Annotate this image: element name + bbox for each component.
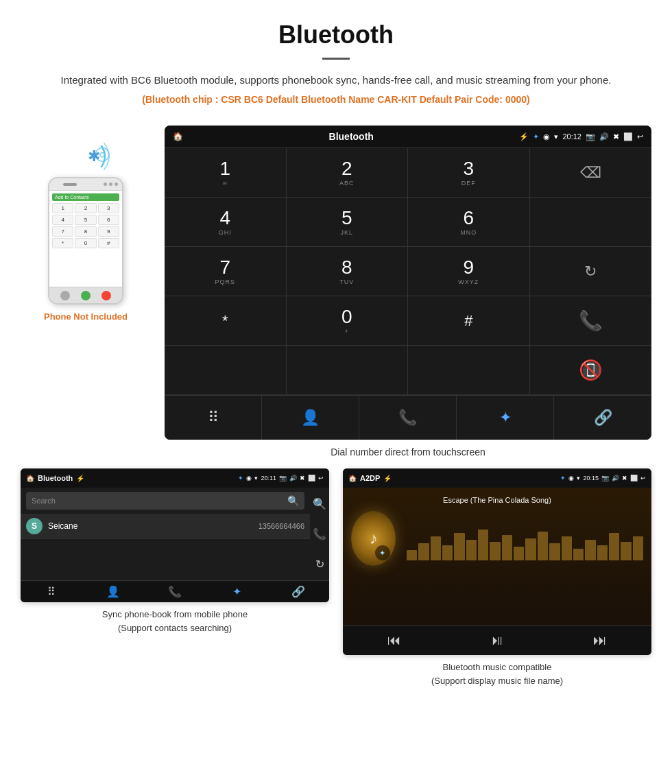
dial-key-9[interactable]: 9WXYZ: [408, 247, 530, 296]
phone-column: ⦾ ✱ Add to Contacts 123 456 7: [21, 126, 151, 322]
link-tab[interactable]: 🔗: [554, 396, 651, 440]
pb-side-refresh-icon[interactable]: ↻: [315, 558, 324, 571]
camera-icon[interactable]: 📷: [586, 132, 595, 141]
dial-key-3[interactable]: 3DEF: [408, 148, 530, 198]
phone-screen: Add to Contacts 123 456 789 *0#: [49, 191, 122, 287]
pb-nav-phone[interactable]: 📞: [144, 585, 206, 598]
backspace-icon[interactable]: ⌫: [580, 164, 601, 182]
pb-vol-icon: 🔊: [289, 475, 297, 482]
ms-equalizer: [407, 526, 643, 560]
dialpad-tab[interactable]: ⠿: [165, 396, 262, 440]
pb-status-bar: 🏠 Bluetooth ⚡ ✦ ◉ ▾ 20:11 📷 🔊 ✖ ⬜ ↩: [21, 468, 329, 488]
eq-bar-9: [502, 535, 512, 561]
ms-prev-btn[interactable]: ⏮: [387, 632, 401, 648]
dial-key-6[interactable]: 6MNO: [408, 198, 530, 247]
pb-cam-icon: 📷: [279, 475, 287, 482]
dial-key-0[interactable]: 0+: [287, 296, 409, 346]
page-title: Bluetooth: [41, 21, 631, 49]
eq-bar-16: [585, 540, 595, 560]
home-icon[interactable]: 🏠: [173, 132, 183, 141]
dial-call-red-cell: 📵: [530, 346, 652, 395]
ms-song-title: Escape (The Pina Colada Song): [443, 496, 551, 504]
ms-time: 20:15: [583, 475, 599, 482]
pb-contact-letter: S: [26, 518, 43, 534]
dial-screen: 🏠 Bluetooth ⚡ ✦ ◉ ▾ 20:12 📷 🔊 ✖ ⬜ ↩: [165, 126, 651, 440]
dial-key-7[interactable]: 7PQRS: [165, 247, 287, 296]
contacts-tab[interactable]: 👤: [262, 396, 359, 440]
phone-end-btn: [101, 291, 111, 300]
ms-home-icon: 🏠: [348, 475, 357, 482]
phone-top-bar: [49, 178, 122, 191]
pb-side-call-icon[interactable]: 📞: [313, 527, 326, 541]
svg-text:✱: ✱: [88, 147, 100, 165]
ms-cam-icon: 📷: [601, 475, 609, 482]
ms-controls: ⏮ ⏯ ⏭: [343, 625, 651, 655]
ms-play-btn[interactable]: ⏯: [490, 632, 504, 648]
dial-empty-1: ⌫: [530, 148, 652, 198]
pb-search-box[interactable]: Search 🔍: [26, 492, 304, 510]
ms-signal-icon: ▾: [577, 475, 580, 482]
call-red-icon[interactable]: 📵: [579, 359, 603, 381]
ms-status-bar: 🏠 A2DP ⚡ ✦ ◉ ▾ 20:15 📷 🔊 ✖ ⬜ ↩: [343, 468, 651, 488]
bluetooth-tab[interactable]: ✦: [457, 396, 554, 440]
phone-tab[interactable]: 📞: [359, 396, 457, 440]
page-header: Bluetooth Integrated with BC6 Bluetooth …: [0, 0, 672, 119]
back-icon[interactable]: ↩: [637, 132, 643, 141]
eq-bar-20: [633, 536, 643, 560]
eq-bar-18: [609, 533, 619, 560]
close-icon[interactable]: ✖: [613, 132, 619, 141]
phone-not-included-label: Phone Not Included: [44, 311, 128, 322]
pb-side-search-icon[interactable]: 🔍: [313, 497, 326, 510]
eq-bar-13: [549, 543, 560, 560]
phonebook-item: 🏠 Bluetooth ⚡ ✦ ◉ ▾ 20:11 📷 🔊 ✖ ⬜ ↩: [21, 468, 329, 687]
pb-bt-icon: ✦: [238, 475, 243, 482]
dialpad-grid: 1∞ 2ABC 3DEF ⌫ 4GHI 5JKL: [165, 147, 651, 395]
dial-empty-2: [530, 198, 652, 247]
phone-back-btn: [60, 291, 70, 300]
dial-key-4[interactable]: 4GHI: [165, 198, 287, 247]
phone-bottom-bar: [49, 287, 122, 303]
volume-icon[interactable]: 🔊: [599, 132, 609, 141]
pb-title: Bluetooth: [38, 474, 73, 482]
pb-contact-row[interactable]: S Seicane 13566664466: [21, 514, 310, 539]
pb-side-icons: 🔍 📞 ↻: [310, 488, 329, 580]
pb-back-icon: ↩: [318, 475, 324, 482]
location-icon: ◉: [543, 132, 550, 141]
ms-vol-icon: 🔊: [612, 475, 619, 482]
pb-nav-contacts[interactable]: 👤: [82, 585, 144, 598]
ms-album-art: ✦: [351, 511, 396, 566]
pb-usb-icon: ⚡: [76, 475, 84, 482]
refresh-icon[interactable]: ↻: [584, 263, 597, 281]
dial-key-2[interactable]: 2ABC: [287, 148, 409, 198]
ms-next-btn[interactable]: ⏭: [593, 632, 607, 648]
phonebook-screenshot: 🏠 Bluetooth ⚡ ✦ ◉ ▾ 20:11 📷 🔊 ✖ ⬜ ↩: [21, 468, 329, 602]
ms-content-area: Escape (The Pina Colada Song) ✦: [343, 488, 651, 625]
eq-bar-6: [466, 540, 477, 560]
dial-key-5[interactable]: 5JKL: [287, 198, 409, 247]
signal-icon: ▾: [554, 132, 558, 141]
bottom-row: 🏠 Bluetooth ⚡ ✦ ◉ ▾ 20:11 📷 🔊 ✖ ⬜ ↩: [0, 468, 672, 708]
ms-bluetooth-badge-icon: ✦: [375, 545, 390, 560]
dial-screen-column: 🏠 Bluetooth ⚡ ✦ ◉ ▾ 20:12 📷 🔊 ✖ ⬜ ↩: [165, 126, 651, 468]
pb-list-area: Search 🔍 S Seicane 13566664466: [21, 488, 310, 580]
dial-key-star[interactable]: *: [165, 296, 287, 346]
call-green-icon[interactable]: 📞: [579, 309, 603, 332]
dial-refresh-cell: ↻: [530, 247, 652, 296]
eq-bar-17: [597, 545, 608, 561]
ms-win-icon: ⬜: [630, 475, 638, 482]
dial-key-hash[interactable]: #: [408, 296, 530, 346]
window-icon[interactable]: ⬜: [623, 132, 633, 141]
pb-time: 20:11: [261, 475, 276, 482]
dial-empty-3: [165, 346, 287, 395]
pb-close-icon: ✖: [300, 475, 305, 482]
dial-status-bar: 🏠 Bluetooth ⚡ ✦ ◉ ▾ 20:12 📷 🔊 ✖ ⬜ ↩: [165, 126, 651, 147]
pb-nav-link[interactable]: 🔗: [267, 585, 329, 598]
main-content: ⦾ ✱ Add to Contacts 123 456 7: [0, 119, 672, 468]
pb-nav-dialpad[interactable]: ⠿: [21, 585, 82, 598]
header-description: Integrated with BC6 Bluetooth module, su…: [41, 72, 631, 88]
pb-search-icon[interactable]: 🔍: [287, 495, 299, 506]
pb-contact-name: Seicane: [48, 521, 259, 531]
dial-key-1[interactable]: 1∞: [165, 148, 287, 198]
pb-nav-bluetooth[interactable]: ✦: [206, 585, 267, 598]
dial-key-8[interactable]: 8TUV: [287, 247, 409, 296]
